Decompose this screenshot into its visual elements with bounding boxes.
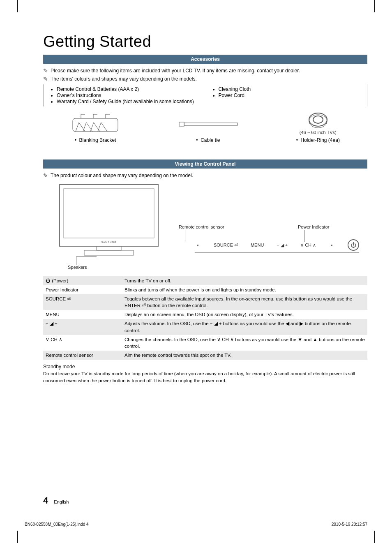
func-label: MENU [43,310,122,319]
blanking-bracket-icon [71,112,120,135]
table-row: ∨ CH ∧ Changes the channels. In the OSD,… [43,335,367,351]
func-desc: Aim the remote control towards this spot… [122,351,367,360]
standby-body: Do not leave your TV in standby mode for… [43,370,367,384]
power-icon: ⏻ [348,239,359,251]
table-row: Remote control sensor Aim the remote con… [43,351,367,360]
func-desc: Blinks and turns off when the power is o… [122,285,367,294]
tv-diagram: SAMSUNG Remote control sensor Power Indi… [43,183,367,273]
note-line: ✎ The product colour and shape may vary … [43,173,367,178]
note-line: ✎ Please make sure the following items a… [43,68,367,74]
holder-ring-icon [304,111,332,130]
label-source: SOURCE ⏎ [214,243,238,248]
func-desc: Toggles between all the available input … [122,294,367,310]
lead-line [76,256,76,265]
func-label: SOURCE ⏎ [43,294,122,310]
note-icon: ✎ [43,173,48,178]
accessory-item: Remote Control & Batteries (AAA x 2) [57,86,200,92]
svg-rect-2 [184,123,238,125]
crop-mark [374,0,375,12]
footer-doc-id: BN68-02558M_00Eng(1-25).indd 4 [25,522,89,527]
svg-rect-6 [60,185,158,246]
label-speakers: Speakers [68,265,87,270]
func-desc: Turns the TV on or off. [122,276,367,285]
accessories-list-box: Remote Control & Batteries (AAA x 2) Own… [43,84,367,106]
illus-subcaption: (46 ~ 60 inch TVs) [296,130,340,135]
crop-mark [374,531,375,543]
accessory-item: Cleaning Cloth [219,86,362,92]
table-row: − ◢ + Adjusts the volume. In the OSD, us… [43,319,367,335]
accessories-illustration-row: • Blanking Bracket • Cable tie (46 ~ 60 … [43,111,367,143]
vol-indicator: − ◢ + [277,243,288,248]
tv-icon: SAMSUNG [55,183,162,261]
accessory-item: Power Cord [219,92,362,98]
illus-holder-ring: (46 ~ 60 inch TVs) • Holder-Ring (4ea) [296,111,340,143]
accessories-col-right: Cleaning Cloth Power Cord [205,86,367,105]
lead-line [76,256,97,257]
standby-heading: Standby mode [43,364,367,370]
note-icon: ✎ [43,76,48,82]
func-label: ⏻ (Power) [43,276,122,285]
note-text: The items' colours and shapes may vary d… [51,76,197,82]
illus-caption: Cable tie [201,137,220,143]
label-power-indicator: Power Indicator [298,224,329,229]
note-icon: ✎ [43,68,48,74]
func-label: Power Indicator [43,285,122,294]
func-desc: Displays an on-screen menu, the OSD (on … [122,310,367,319]
manual-page: Getting Started Accessories ✎ Please mak… [0,0,392,543]
crop-mark [17,0,18,12]
illus-caption: Holder-Ring (4ea) [301,137,340,143]
page-number-row: 4 English [43,495,69,506]
table-row: Power Indicator Blinks and turns off whe… [43,285,367,294]
func-desc: Adjusts the volume. In the OSD, use the … [122,319,367,335]
ch-indicator: ∨ CH ∧ [300,243,316,248]
illus-cable-tie: • Cable tie [175,112,241,143]
crop-mark [17,531,18,543]
table-row: MENU Displays an on-screen menu, the OSD… [43,310,367,319]
table-row: ⏻ (Power) Turns the TV on or off. [43,276,367,285]
lead-line [185,230,185,242]
control-strip: SOURCE ⏎ MENU − ◢ + ∨ CH ∧ ⏻ [195,239,359,253]
label-menu: MENU [251,243,264,247]
func-desc: Changes the channels. In the OSD, use th… [122,335,367,351]
svg-rect-7 [64,189,154,238]
accessory-item: Warranty Card / Safety Guide (Not availa… [57,99,200,104]
svg-rect-9 [84,250,134,255]
footer-row: BN68-02558M_00Eng(1-25).indd 4 2010-5-19… [25,522,367,527]
label-remote-sensor: Remote control sensor [179,224,224,229]
svg-rect-8 [97,246,121,250]
section-heading-control-panel: Viewing the Control Panel [43,159,367,169]
footer-timestamp: 2010-5-19 20:12:57 [332,522,367,527]
illus-caption: Blanking Bracket [79,137,116,143]
svg-point-3 [309,113,327,126]
function-table: ⏻ (Power) Turns the TV on or off. Power … [43,276,367,360]
cable-tie-icon [175,112,241,135]
svg-rect-1 [179,122,184,126]
table-row: SOURCE ⏎ Toggles between all the availab… [43,294,367,310]
accessory-item: Owner's Instructions [57,92,200,98]
svg-point-4 [313,116,323,123]
accessories-col-left: Remote Control & Batteries (AAA x 2) Own… [44,86,205,105]
page-number: 4 [43,495,48,506]
func-label: ∨ CH ∧ [43,335,122,351]
note-text: Please make sure the following items are… [51,68,300,74]
page-title: Getting Started [43,33,367,51]
svg-text:SAMSUNG: SAMSUNG [101,241,116,243]
note-text: The product colour and shape may vary de… [51,173,193,178]
func-label: Remote control sensor [43,351,122,360]
illus-blanking-bracket: • Blanking Bracket [71,112,120,143]
indicator-dot [331,245,332,246]
section-heading-accessories: Accessories [43,55,367,64]
sensor-dot [197,245,198,246]
page-language: English [54,499,69,504]
func-label: − ◢ + [43,319,122,335]
note-line: ✎ The items' colours and shapes may vary… [43,76,367,82]
